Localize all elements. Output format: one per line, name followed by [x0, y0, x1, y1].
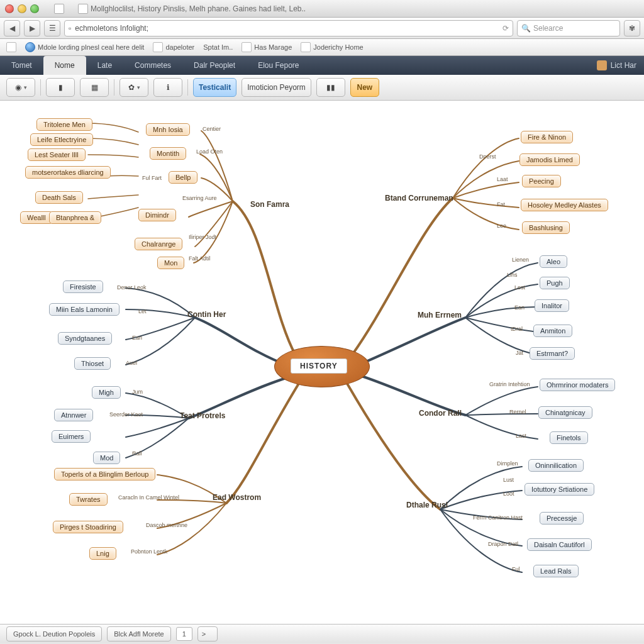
mindmap-canvas[interactable]: HISTORY Son Famra Contin Her Teat Protre… — [0, 101, 644, 624]
window-minimize-icon[interactable] — [18, 4, 26, 13]
edge-label: Loot — [503, 491, 514, 497]
tool-menu[interactable]: ✿ — [119, 78, 148, 97]
map-node[interactable]: Fire & Ninon — [521, 131, 573, 143]
forward-button[interactable]: ▶ — [24, 20, 40, 36]
tool-button[interactable]: ▦ — [80, 78, 109, 97]
edge-label: Drapon Datl — [488, 541, 518, 547]
edge-label: Iliriper Jodt — [189, 234, 216, 240]
edge-label: Let — [138, 308, 147, 314]
page-number[interactable]: 1 — [176, 627, 192, 641]
new-button[interactable]: New — [350, 78, 379, 97]
map-node[interactable]: Iotuttory Srtiatione — [525, 483, 594, 496]
map-node[interactable]: Inalitor — [535, 299, 569, 312]
map-node[interactable]: Oninnilication — [528, 459, 584, 472]
edge-label: Dascob merthne — [146, 522, 187, 528]
map-node[interactable]: Btanphrea & — [49, 211, 101, 224]
nav-tab[interactable]: Elou Fepore — [247, 56, 310, 75]
map-node[interactable]: Mnh Iosia — [146, 123, 190, 136]
map-node[interactable]: Peecing — [522, 175, 561, 187]
map-node[interactable]: Bellp — [169, 171, 197, 184]
map-node[interactable]: Euimers — [52, 430, 91, 443]
view-tab[interactable]: Imoticion Peyorm — [242, 78, 311, 97]
edge-label: Ean — [132, 335, 142, 341]
nav-tab[interactable]: Tomet — [0, 56, 43, 75]
map-node[interactable]: Bashlusing — [522, 221, 570, 234]
map-node[interactable]: Atnnwer — [54, 409, 93, 421]
view-toggle[interactable]: ▮▮ — [316, 78, 345, 97]
search-input[interactable]: 🔍 Selearce — [517, 20, 620, 36]
branch-label: Muh Errnem — [418, 311, 462, 319]
back-button[interactable]: ◀ — [4, 20, 20, 36]
map-node[interactable]: Death Sals — [35, 191, 83, 204]
url-text: echmoletons Infolight; — [75, 24, 148, 33]
map-node[interactable]: Toperls of a Blinglim Berloup — [54, 468, 155, 480]
reload-icon[interactable]: ⟳ — [502, 24, 509, 33]
edge-label: Lee — [497, 223, 506, 229]
edge-label: Last — [516, 433, 526, 439]
bookmark-bar: Mdole lording plnesl ceal here delit dap… — [0, 39, 644, 56]
map-node[interactable]: Migh — [92, 386, 121, 399]
map-node[interactable]: Lead Rals — [533, 565, 579, 577]
bookmark-item[interactable]: Sptat Im.. — [203, 43, 233, 51]
nav-tab[interactable]: Late — [86, 56, 123, 75]
map-node[interactable]: Montith — [150, 147, 186, 160]
menu-button[interactable]: ✾ — [624, 20, 640, 36]
map-node[interactable]: Tritolene Men — [36, 118, 92, 131]
map-node[interactable]: Twrates — [69, 493, 108, 506]
window-close-icon[interactable] — [5, 4, 14, 13]
map-node[interactable]: motserortakes dliarcing — [25, 166, 111, 179]
map-node[interactable]: Chinatgnicay — [538, 406, 592, 419]
tool-button[interactable]: ℹ — [153, 78, 182, 97]
map-node[interactable]: Chalranrge — [135, 238, 182, 250]
globe-icon — [25, 42, 35, 52]
status-button[interactable]: Gpock L. Deution Popoleis — [6, 626, 102, 641]
map-node[interactable]: Aleo — [540, 255, 567, 268]
map-node[interactable]: Lest Seater Illl — [28, 148, 86, 161]
nav-tab[interactable]: Dalr Peoplet — [182, 56, 247, 75]
site-icon: ▫ — [69, 24, 71, 33]
search-icon: 🔍 — [521, 24, 531, 33]
edge-label: Lust — [503, 477, 514, 483]
status-button[interactable]: Blck Adfl Morete — [107, 626, 170, 641]
page-icon — [54, 4, 64, 14]
bookmark-item[interactable] — [6, 42, 16, 52]
view-tab-active[interactable]: Testicalit — [193, 78, 236, 97]
map-node[interactable]: Ohrmrinor modaters — [540, 379, 615, 391]
window-zoom-icon[interactable] — [30, 4, 39, 13]
map-node[interactable]: Firesiste — [63, 280, 103, 293]
mindmap-center[interactable]: HISTORY — [274, 346, 369, 386]
map-node[interactable]: Pugh — [540, 277, 570, 289]
map-node[interactable]: Anmiton — [533, 325, 572, 337]
map-node[interactable]: Estrmant? — [530, 347, 575, 360]
nav-tab[interactable]: Commetes — [123, 56, 182, 75]
map-node[interactable]: Hosoley Medley Alastes — [521, 199, 608, 211]
user-menu[interactable]: Lict Har — [589, 60, 644, 70]
bookmark-item[interactable]: Joderichy Home — [301, 42, 363, 52]
map-node[interactable]: Miin Eals Lamonin — [49, 303, 119, 316]
map-node[interactable]: Pirges t Stoadiring — [53, 521, 123, 533]
bookmark-item[interactable]: Has Marage — [242, 42, 292, 52]
tool-button[interactable]: ▮ — [46, 78, 75, 97]
bookmark-item[interactable]: dapeloter — [153, 42, 194, 52]
map-node[interactable]: Mod — [93, 452, 120, 464]
map-node[interactable]: Mon — [157, 257, 184, 269]
url-field[interactable]: ▫ echmoletons Infolight; ⟳ — [64, 20, 513, 36]
map-node[interactable]: Wealll — [20, 211, 53, 224]
next-page-button[interactable]: > — [197, 626, 218, 641]
record-menu[interactable]: ◉ — [6, 78, 35, 97]
map-node[interactable]: Lnig — [89, 547, 116, 560]
map-node[interactable]: Finetols — [550, 431, 588, 444]
map-node[interactable]: Leife Etlectryine — [30, 133, 93, 146]
map-node[interactable]: Precessje — [540, 512, 584, 525]
edge-label: Caracln In Camel Wintel — [118, 494, 179, 501]
reader-button[interactable]: ☰ — [44, 20, 60, 36]
nav-tab[interactable]: Nome — [43, 56, 86, 75]
app-nav: Tomet Nome Late Commetes Dalr Peoplet El… — [0, 56, 644, 75]
map-node[interactable]: Syndgtaanes — [58, 332, 112, 345]
map-node[interactable]: Dimindr — [138, 209, 176, 221]
edge-label: Lienen — [512, 257, 529, 263]
bookmark-item[interactable]: Mdole lording plnesl ceal here delit — [25, 42, 144, 52]
map-node[interactable]: Thioset — [74, 357, 111, 370]
map-node[interactable]: Daisaln Cautiforl — [527, 538, 592, 551]
map-node[interactable]: Jamodis Limed — [519, 153, 580, 166]
